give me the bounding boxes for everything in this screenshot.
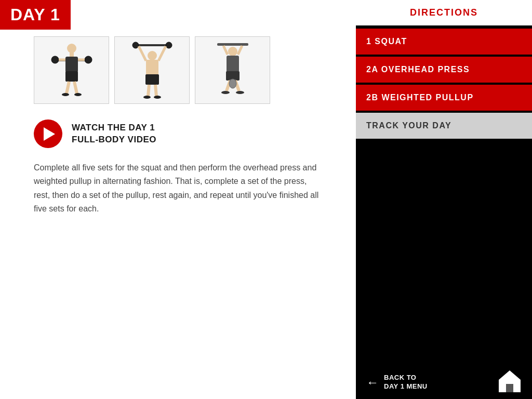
directions-title: DIRECTIONS — [410, 7, 478, 18]
svg-line-26 — [223, 46, 228, 55]
svg-line-22 — [155, 85, 156, 96]
weighted-pullup-image — [195, 36, 270, 104]
svg-rect-20 — [145, 74, 159, 85]
svg-point-11 — [62, 93, 69, 96]
bottom-nav: ← BACK TO DAY 1 MENU — [356, 365, 532, 399]
svg-rect-8 — [65, 71, 78, 82]
svg-point-16 — [148, 51, 157, 60]
video-label: WATCH THE DAY 1 FULL-BODY VIDEO — [72, 122, 156, 145]
back-arrow-icon: ← — [366, 375, 379, 390]
nav-items: 1 SQUAT 2A OVERHEAD PRESS 2B WEIGHTED PU… — [356, 25, 532, 142]
svg-rect-19 — [146, 60, 158, 75]
nav-item-squat[interactable]: 1 SQUAT — [356, 29, 532, 55]
nav-item-overhead-press[interactable]: 2A OVERHEAD PRESS — [356, 57, 532, 83]
video-section: WATCH THE DAY 1 FULL-BODY VIDEO — [0, 112, 356, 156]
right-panel: DIRECTIONS 1 SQUAT 2A OVERHEAD PRESS 2B … — [356, 0, 532, 399]
video-label-line1: WATCH THE DAY 1 — [72, 123, 155, 132]
svg-point-14 — [132, 42, 139, 48]
svg-point-12 — [74, 93, 82, 96]
svg-point-33 — [221, 91, 230, 94]
overhead-press-image — [114, 36, 190, 104]
svg-point-28 — [228, 47, 237, 56]
svg-line-10 — [74, 82, 77, 94]
left-panel: DAY 1 — [0, 0, 356, 399]
video-label-line2: FULL-BODY VIDEO — [72, 135, 156, 144]
back-label: BACK TO DAY 1 MENU — [384, 374, 428, 391]
directions-header: DIRECTIONS — [356, 0, 532, 25]
svg-point-34 — [236, 91, 244, 94]
svg-rect-38 — [506, 384, 513, 392]
day-badge: DAY 1 — [0, 0, 71, 30]
svg-line-27 — [238, 46, 242, 55]
back-label-line2: DAY 1 MENU — [384, 382, 428, 390]
svg-rect-29 — [227, 56, 239, 72]
svg-line-18 — [158, 46, 166, 61]
description-text: Complete all five sets for the squat and… — [0, 156, 356, 227]
svg-rect-39 — [513, 379, 518, 385]
squat-figure-svg — [51, 39, 92, 101]
nav-item-track-your-day[interactable]: TRACK YOUR DAY — [356, 113, 532, 139]
home-icon — [498, 369, 522, 393]
home-button[interactable] — [498, 369, 522, 395]
nav-item-weighted-pullup[interactable]: 2B WEIGHTED PULLUP — [356, 85, 532, 111]
svg-line-9 — [66, 82, 69, 94]
svg-line-21 — [148, 85, 149, 96]
squat-image — [34, 36, 109, 104]
svg-point-15 — [166, 42, 172, 48]
svg-point-2 — [85, 56, 92, 63]
svg-point-24 — [154, 96, 161, 99]
svg-point-23 — [143, 96, 151, 99]
svg-rect-5 — [65, 57, 78, 72]
back-label-line1: BACK TO — [384, 374, 416, 381]
back-button[interactable]: ← BACK TO DAY 1 MENU — [366, 374, 428, 391]
svg-line-17 — [139, 46, 146, 61]
svg-rect-25 — [217, 43, 248, 46]
svg-point-3 — [67, 44, 76, 53]
svg-point-1 — [51, 56, 59, 63]
overhead-press-figure-svg — [131, 39, 173, 101]
play-icon — [44, 127, 55, 141]
play-button[interactable] — [34, 119, 62, 148]
svg-rect-4 — [70, 52, 74, 57]
svg-point-36 — [229, 79, 236, 88]
pullup-figure-svg — [212, 39, 254, 101]
